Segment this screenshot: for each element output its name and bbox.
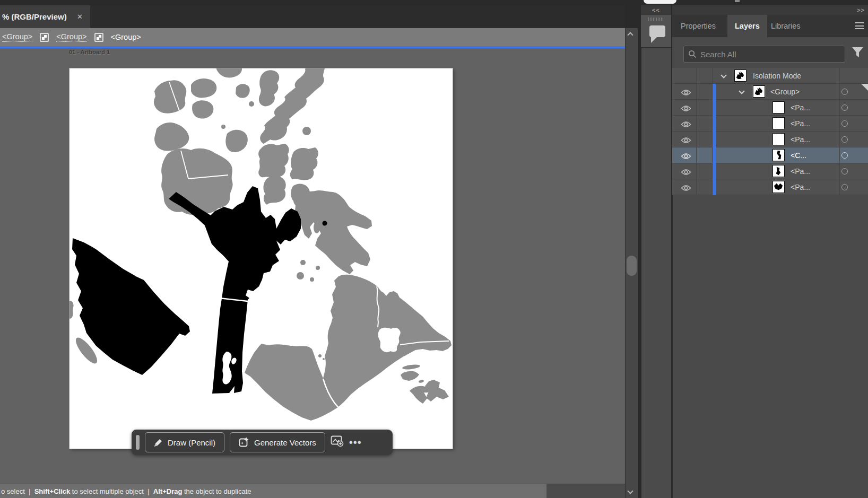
status-text: the object to duplicate [184, 487, 251, 495]
map-maritimes[interactable] [401, 364, 449, 404]
layer-row-path[interactable]: <Pa... [672, 179, 868, 195]
layer-row-path[interactable]: <Pa... [672, 163, 868, 179]
collapsed-panel-dock [641, 5, 671, 498]
layer-thumbnail[interactable] [772, 133, 785, 145]
image-add-icon[interactable] [331, 435, 344, 449]
visibility-eye-icon[interactable] [681, 184, 691, 191]
layer-thumbnail[interactable] [734, 69, 747, 82]
status-text: o select [1, 487, 25, 495]
target-circle[interactable] [841, 136, 848, 143]
layer-label: <C... [791, 151, 806, 160]
tab-layers[interactable]: Layers [727, 15, 767, 37]
breadcrumb: <Group> <Group> <Group> [0, 28, 625, 46]
filter-funnel-icon[interactable] [852, 47, 864, 60]
layer-label: <Pa... [791, 119, 810, 128]
layer-thumbnail[interactable] [772, 165, 785, 177]
document-tab-bar [0, 5, 625, 28]
draw-pencil-label: Draw (Pencil) [168, 438, 215, 447]
expand-panels-button[interactable]: >> [857, 5, 865, 15]
layer-row-path[interactable]: <Pa... [672, 116, 868, 132]
chevron-down-icon[interactable] [721, 72, 726, 78]
group-icon [94, 33, 103, 42]
draw-pencil-button[interactable]: Draw (Pencil) [145, 432, 224, 452]
status-shortcut: Shift+Click [34, 487, 71, 495]
title-bar [0, 0, 868, 5]
tab-properties[interactable]: Properties [673, 15, 723, 37]
layer-row-isolation-mode[interactable]: Isolation Mode [672, 68, 868, 84]
artboard-label[interactable]: 01 - Artboard 1 [69, 49, 110, 55]
canvas-pasteboard[interactable]: 01 - Artboard 1 [0, 48, 625, 484]
visibility-eye-icon[interactable] [681, 104, 691, 111]
target-circle[interactable] [841, 120, 848, 127]
layer-label: <Pa... [791, 183, 810, 191]
tab-libraries[interactable]: Libraries [763, 15, 808, 37]
layer-thumbnail[interactable] [772, 149, 785, 161]
document-tab[interactable]: % (RGB/Preview) ✕ [0, 5, 90, 28]
layer-thumbnail[interactable] [772, 117, 785, 129]
close-icon[interactable]: ✕ [75, 13, 85, 21]
target-circle[interactable] [841, 184, 848, 190]
status-separator: | [29, 487, 30, 495]
more-options-icon[interactable]: ••• [349, 440, 362, 445]
layer-label: <Pa... [791, 167, 810, 176]
document-tab-title: % (RGB/Preview) [2, 12, 67, 21]
layer-label: <Group> [770, 88, 800, 96]
search-input[interactable] [700, 50, 840, 59]
status-separator: | [147, 487, 149, 495]
layer-label: <Pa... [791, 103, 810, 112]
breadcrumb-group-2[interactable]: <Group> [56, 32, 86, 42]
floating-toolbar-fragment [644, 0, 676, 4]
target-circle[interactable] [841, 104, 848, 111]
layer-thumbnail[interactable] [753, 85, 765, 98]
scrollbar-thumb[interactable] [627, 256, 637, 276]
status-shortcut: Alt+Drag [153, 487, 183, 495]
contextual-task-bar: Draw (Pencil) Generate Vectors ••• [132, 430, 393, 455]
breadcrumb-group-current[interactable]: <Group> [111, 33, 141, 42]
selection-color-strip [713, 84, 716, 100]
target-circle[interactable] [841, 152, 848, 159]
target-circle[interactable] [841, 168, 848, 174]
layers-list: Isolation Mode <Group> <Pa... <Pa [672, 68, 868, 195]
panel-menu-icon[interactable] [855, 22, 864, 29]
status-bar: o select | Shift+Click to select multipl… [0, 484, 625, 498]
search-icon [688, 50, 697, 58]
layer-label: <Pa... [791, 135, 810, 144]
layer-thumbnail[interactable] [772, 181, 785, 193]
selection-indicator-triangle [861, 84, 868, 91]
layer-row-compound-selected[interactable]: <C... [672, 147, 868, 163]
visibility-eye-icon[interactable] [681, 120, 691, 127]
visibility-eye-icon[interactable] [681, 136, 691, 143]
toolbar-mark [735, 0, 740, 2]
generate-vectors-label: Generate Vectors [254, 438, 316, 447]
canada-map-artwork[interactable] [70, 68, 453, 449]
generate-vectors-icon [239, 437, 249, 448]
status-text: to select multiple object [72, 487, 144, 495]
dock-grip-texture [648, 18, 664, 21]
visibility-eye-icon[interactable] [681, 168, 691, 175]
pencil-icon [154, 438, 163, 447]
search-field[interactable] [683, 46, 845, 63]
breadcrumb-group-1[interactable]: <Group> [2, 32, 32, 42]
layer-row-group[interactable]: <Group> [672, 84, 868, 100]
layer-thumbnail[interactable] [772, 101, 785, 113]
layer-label: Isolation Mode [753, 72, 801, 80]
drag-handle[interactable] [136, 435, 140, 450]
panel-tab-bar: Properties Layers Libraries [672, 15, 868, 37]
panel-header-bar: >> [672, 5, 868, 15]
comment-icon[interactable] [649, 25, 665, 37]
status-bar-corner [546, 484, 625, 498]
generate-vectors-button[interactable]: Generate Vectors [230, 432, 325, 452]
collapse-panels-button[interactable]: << [641, 5, 671, 15]
layer-row-path[interactable]: <Pa... [672, 100, 868, 116]
visibility-eye-icon[interactable] [681, 152, 691, 159]
chevron-down-icon[interactable] [739, 88, 744, 94]
visibility-eye-icon[interactable] [681, 89, 691, 95]
group-icon [40, 33, 49, 42]
target-circle[interactable] [841, 89, 848, 95]
layers-search-row [672, 37, 868, 68]
layer-row-path[interactable]: <Pa... [672, 132, 868, 147]
